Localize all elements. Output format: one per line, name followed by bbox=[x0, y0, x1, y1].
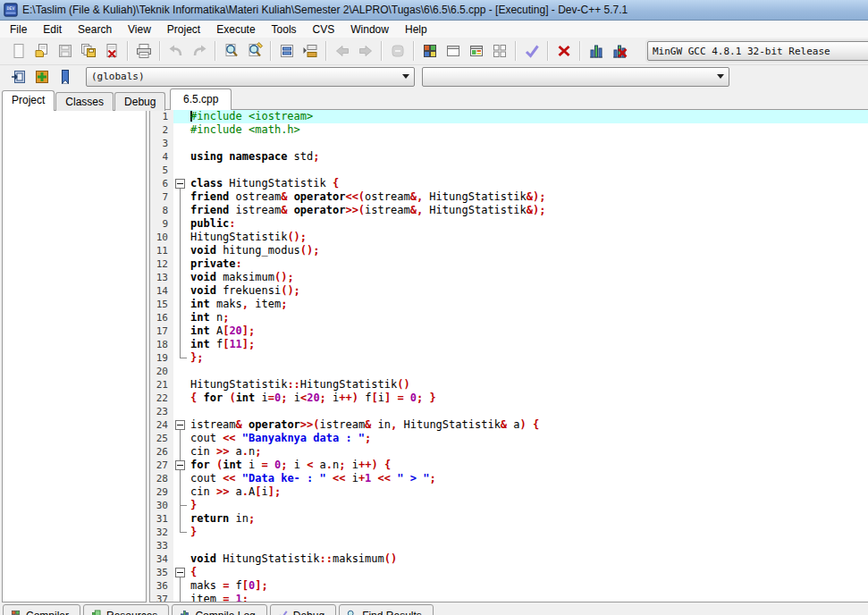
save-all-button[interactable] bbox=[77, 39, 100, 63]
code-line[interactable]: 13void maksimum(); bbox=[150, 271, 868, 284]
line-number[interactable]: 2 bbox=[150, 123, 173, 137]
code-editor[interactable]: 1#include <iostream>2#include <math.h>34… bbox=[149, 109, 868, 602]
tab-resources[interactable]: 20 20">Resources bbox=[83, 604, 169, 615]
line-number[interactable]: 24 bbox=[150, 418, 173, 432]
line-number[interactable]: 22 bbox=[150, 392, 173, 405]
menu-item-file[interactable]: File bbox=[2, 21, 35, 38]
line-number[interactable]: 25 bbox=[150, 432, 173, 445]
code-line[interactable]: 22{ for (int i=0; i<20; i++) f[i] = 0; } bbox=[150, 392, 868, 405]
code-line[interactable]: 12private: bbox=[150, 257, 868, 271]
back-button[interactable] bbox=[331, 39, 354, 63]
project-browser-panel[interactable] bbox=[2, 110, 147, 602]
line-number[interactable]: 18 bbox=[150, 338, 173, 351]
abort-execution-button[interactable] bbox=[552, 39, 576, 63]
code-line[interactable]: 35{ bbox=[150, 566, 868, 579]
line-number[interactable]: 7 bbox=[150, 190, 173, 204]
line-number[interactable]: 31 bbox=[150, 512, 173, 526]
code-line[interactable]: 10HitungStatistik(); bbox=[150, 231, 868, 244]
tab-compiler[interactable]: 20 20">Compiler bbox=[3, 604, 80, 615]
code-line[interactable]: 4using namespace std; bbox=[150, 150, 868, 164]
goto-bookmarks-button[interactable] bbox=[54, 65, 77, 88]
tab-classes[interactable]: Classes bbox=[55, 92, 114, 111]
line-number[interactable]: 13 bbox=[150, 271, 173, 284]
open-button[interactable] bbox=[30, 39, 54, 63]
compile-button[interactable] bbox=[418, 39, 442, 63]
new-source-file-button[interactable] bbox=[7, 39, 30, 63]
code-line[interactable]: 8friend istream& operator>>(istream&, Hi… bbox=[150, 204, 868, 217]
tab-project[interactable]: Project bbox=[2, 90, 55, 111]
line-number[interactable]: 11 bbox=[150, 244, 173, 257]
redo-button[interactable] bbox=[188, 39, 211, 63]
code-line[interactable]: 26cin >> a.n; bbox=[150, 445, 868, 459]
compile-and-run-button[interactable] bbox=[465, 39, 488, 63]
swap-header-source-button[interactable] bbox=[299, 39, 322, 63]
print-button[interactable] bbox=[132, 39, 156, 63]
code-line[interactable]: 11void hitung_modus(); bbox=[150, 244, 868, 257]
fold-marker[interactable] bbox=[173, 418, 188, 432]
toggle-bookmarks-button[interactable] bbox=[30, 65, 54, 88]
undo-button[interactable] bbox=[164, 39, 188, 63]
line-number[interactable]: 23 bbox=[150, 405, 173, 418]
insert-button[interactable] bbox=[7, 65, 30, 88]
menu-item-project[interactable]: Project bbox=[159, 21, 208, 38]
line-number[interactable]: 14 bbox=[150, 284, 173, 298]
code-line[interactable]: 34void HitungStatistik::maksimum() bbox=[150, 552, 868, 566]
code-line[interactable]: 5 bbox=[150, 164, 868, 177]
line-number[interactable]: 33 bbox=[150, 539, 173, 552]
code-line[interactable]: 27for (int i = 0; i < a.n; i++) { bbox=[150, 459, 868, 472]
line-number[interactable]: 28 bbox=[150, 472, 173, 485]
rebuild-all-button[interactable] bbox=[488, 39, 511, 63]
tab-debug[interactable]: 20 20">Debug bbox=[270, 604, 336, 615]
line-number[interactable]: 9 bbox=[150, 217, 173, 231]
code-line[interactable]: 28cout << "Data ke- : " << i+1 << " > "; bbox=[150, 472, 868, 485]
member-select[interactable] bbox=[422, 67, 729, 87]
profile-analysis-button[interactable] bbox=[585, 39, 608, 63]
replace-button[interactable] bbox=[243, 39, 266, 63]
tab-debug[interactable]: Debug bbox=[114, 92, 165, 111]
code-line[interactable]: 19}; bbox=[150, 351, 868, 365]
menu-item-execute[interactable]: Execute bbox=[208, 21, 263, 38]
code-line[interactable]: 1#include <iostream> bbox=[150, 110, 868, 123]
abort-compilation-button[interactable] bbox=[386, 39, 409, 63]
goto-line-button[interactable] bbox=[275, 39, 299, 63]
line-number[interactable]: 17 bbox=[150, 324, 173, 338]
forward-button[interactable] bbox=[354, 39, 377, 63]
fold-marker[interactable] bbox=[173, 459, 188, 472]
tab-find-results[interactable]: 20 20">Find Results bbox=[339, 604, 434, 615]
line-number[interactable]: 4 bbox=[150, 150, 173, 164]
code-line[interactable]: 17int A[20]; bbox=[150, 324, 868, 338]
line-number[interactable]: 37 bbox=[150, 593, 173, 602]
line-number[interactable]: 10 bbox=[150, 231, 173, 244]
line-number[interactable]: 34 bbox=[150, 552, 173, 566]
compiler-select[interactable]: MinGW GCC 4.8.1 32-bit Release bbox=[647, 41, 868, 61]
code-line[interactable]: 36maks = f[0]; bbox=[150, 579, 868, 593]
line-number[interactable]: 12 bbox=[150, 257, 173, 271]
line-number[interactable]: 3 bbox=[150, 137, 173, 150]
save-button[interactable] bbox=[54, 39, 77, 63]
code-line[interactable]: 33 bbox=[150, 539, 868, 552]
scope-select[interactable]: (globals) bbox=[86, 67, 415, 87]
tab-compile-log[interactable]: 20 20">Compile Log bbox=[172, 604, 266, 615]
code-line[interactable]: 23 bbox=[150, 405, 868, 418]
code-line[interactable]: 37item = 1; bbox=[150, 593, 868, 602]
code-line[interactable]: 25cout << "Banyaknya data : "; bbox=[150, 432, 868, 445]
code-line[interactable]: 16int n; bbox=[150, 311, 868, 324]
menu-item-help[interactable]: Help bbox=[397, 21, 435, 38]
line-number[interactable]: 20 bbox=[150, 365, 173, 378]
code-line[interactable]: 3 bbox=[150, 137, 868, 150]
line-number[interactable]: 32 bbox=[150, 526, 173, 539]
line-number[interactable]: 19 bbox=[150, 351, 173, 365]
code-line[interactable]: 2#include <math.h> bbox=[150, 123, 868, 137]
line-number[interactable]: 26 bbox=[150, 445, 173, 459]
line-number[interactable]: 36 bbox=[150, 579, 173, 593]
syntax-check-button[interactable] bbox=[520, 39, 544, 63]
menu-item-search[interactable]: Search bbox=[70, 21, 120, 38]
code-line[interactable]: 21HitungStatistik::HitungStatistik() bbox=[150, 378, 868, 392]
code-line[interactable]: 30} bbox=[150, 499, 868, 512]
code-line[interactable]: 24istream& operator>>(istream& in, Hitun… bbox=[150, 418, 868, 432]
line-number[interactable]: 27 bbox=[150, 459, 173, 472]
line-number[interactable]: 1 bbox=[150, 110, 173, 123]
line-number[interactable]: 35 bbox=[150, 566, 173, 579]
close-button[interactable] bbox=[100, 39, 123, 63]
code-line[interactable]: 29cin >> a.A[i]; bbox=[150, 485, 868, 499]
